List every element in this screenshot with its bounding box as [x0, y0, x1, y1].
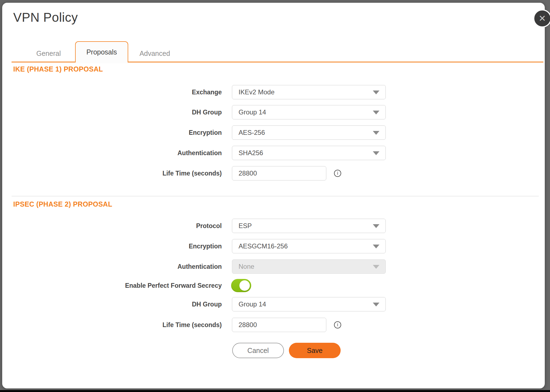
encryption-phase2-value: AESGCM16-256	[239, 242, 288, 250]
dh-group-phase2-label: DH Group	[12, 301, 222, 308]
chevron-down-icon	[373, 151, 379, 155]
screen-bottom-edge	[0, 390, 550, 392]
authentication-phase2-select: None	[232, 259, 386, 274]
dh-group-phase1-select[interactable]: Group 14	[232, 105, 386, 119]
dh-group-phase2-value: Group 14	[239, 300, 266, 308]
authentication-phase2-value: None	[239, 263, 254, 270]
encryption-phase1-value: AES-256	[239, 129, 265, 136]
close-icon: ✕	[539, 14, 546, 23]
protocol-label: Protocol	[12, 222, 222, 230]
exchange-select[interactable]: IKEv2 Mode	[232, 85, 386, 99]
pfs-toggle[interactable]	[231, 279, 251, 292]
chevron-down-icon	[373, 245, 379, 248]
section-heading-ipsec-phase2: IPSEC (PHASE 2) PROPOSAL	[13, 200, 112, 208]
section-heading-ike-phase1: IKE (PHASE 1) PROPOSAL	[13, 65, 103, 73]
tab-proposals-label: Proposals	[86, 48, 117, 56]
chevron-down-icon	[373, 303, 379, 306]
info-icon[interactable]: i	[334, 170, 341, 177]
encryption-phase1-select[interactable]: AES-256	[232, 125, 386, 140]
page-title: VPN Policy	[13, 10, 78, 25]
close-button[interactable]: ✕	[533, 9, 550, 28]
tab-advanced-label: Advanced	[139, 50, 170, 57]
lifetime-phase1-input[interactable]	[232, 166, 326, 180]
chevron-down-icon	[373, 224, 379, 228]
chevron-down-icon	[373, 111, 379, 114]
pfs-label: Enable Perfect Forward Secrecy	[12, 282, 222, 289]
protocol-value: ESP	[239, 222, 252, 230]
protocol-select[interactable]: ESP	[232, 219, 386, 233]
dh-group-phase1-value: Group 14	[239, 108, 266, 116]
tab-general-label: General	[36, 50, 61, 57]
lifetime-phase2-label: Life Time (seconds)	[12, 321, 222, 329]
chevron-down-icon	[373, 91, 379, 94]
authentication-phase1-value: SHA256	[239, 149, 263, 157]
lifetime-phase1-label: Life Time (seconds)	[12, 170, 222, 177]
form-row-lifetime-phase2: Life Time (seconds) i	[12, 318, 535, 332]
form-row-exchange: Exchange IKEv2 Mode	[12, 85, 535, 99]
tab-general[interactable]: General	[22, 44, 75, 62]
info-glyph: i	[337, 322, 338, 327]
form-row-dh-group-phase2: DH Group Group 14	[12, 297, 535, 311]
authentication-phase1-label: Authentication	[12, 149, 222, 157]
encryption-phase2-label: Encryption	[12, 243, 222, 250]
info-icon[interactable]: i	[334, 321, 341, 328]
chevron-down-icon	[373, 131, 379, 135]
form-row-lifetime-phase1: Life Time (seconds) i	[12, 166, 535, 180]
vpn-policy-dialog: VPN Policy General Proposals Advanced IK…	[2, 3, 545, 388]
form-row-encryption-phase2: Encryption AESGCM16-256	[12, 239, 535, 253]
dh-group-phase2-select[interactable]: Group 14	[232, 297, 386, 311]
save-button[interactable]: Save	[289, 343, 341, 358]
chevron-down-icon	[373, 265, 379, 269]
tab-proposals[interactable]: Proposals	[75, 41, 128, 62]
form-row-protocol: Protocol ESP	[12, 219, 535, 233]
encryption-phase1-label: Encryption	[12, 129, 222, 136]
form-row-encryption-phase1: Encryption AES-256	[12, 125, 535, 140]
authentication-phase2-label: Authentication	[12, 263, 222, 270]
form-row-authentication-phase2: Authentication None	[12, 259, 535, 274]
form-row-authentication-phase1: Authentication SHA256	[12, 146, 535, 160]
toggle-knob	[239, 280, 250, 291]
authentication-phase1-select[interactable]: SHA256	[232, 146, 386, 160]
form-row-dh-group-phase1: DH Group Group 14	[12, 105, 535, 119]
section-divider	[12, 196, 539, 196]
exchange-label: Exchange	[12, 89, 222, 96]
dh-group-phase1-label: DH Group	[12, 109, 222, 116]
lifetime-phase2-input[interactable]	[232, 318, 326, 332]
info-glyph: i	[337, 171, 338, 176]
form-row-perfect-forward-secrecy: Enable Perfect Forward Secrecy	[12, 278, 535, 293]
exchange-value: IKEv2 Mode	[239, 88, 275, 96]
tab-bar: General Proposals Advanced	[12, 41, 543, 62]
tab-advanced[interactable]: Advanced	[128, 44, 181, 62]
cancel-button[interactable]: Cancel	[232, 343, 284, 358]
encryption-phase2-select[interactable]: AESGCM16-256	[232, 239, 386, 253]
